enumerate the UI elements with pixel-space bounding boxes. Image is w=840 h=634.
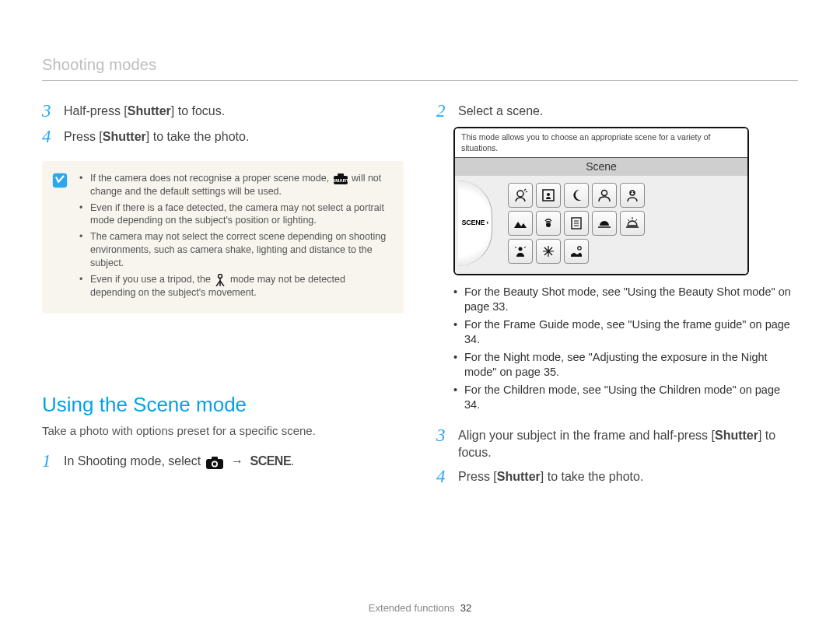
sunset-icon	[592, 211, 617, 236]
step-text: Press [Shutter] to take the photo.	[458, 467, 643, 486]
shutter-key: Shutter	[497, 470, 541, 483]
scene-icon-grid	[508, 183, 673, 264]
svg-rect-2	[338, 173, 344, 177]
left-step-4: 4 Press [Shutter] to take the photo.	[42, 127, 404, 146]
scene-lcd-screenshot: This mode allows you to choose an approp…	[453, 127, 749, 275]
step-number: 3	[42, 101, 56, 121]
left-step-3: 3 Half-press [Shutter] to focus.	[42, 101, 404, 121]
svg-point-12	[212, 462, 215, 465]
shutter-key: Shutter	[103, 130, 146, 143]
camera-icon	[206, 454, 223, 471]
arrow-icon: →	[231, 454, 243, 468]
lcd-title-bar: Scene	[455, 158, 747, 176]
step-number: 1	[42, 451, 56, 471]
page-footer: Extended functions 32	[0, 601, 840, 615]
step-text: Select a scene.	[458, 101, 543, 121]
info-icon	[51, 172, 68, 189]
scene-mode-subtext: Take a photo with options preset for a s…	[42, 423, 404, 439]
note-box: If the camera does not recognise a prope…	[42, 161, 404, 313]
note-item-3: The camera may not select the correct sc…	[79, 230, 390, 270]
svg-line-7	[220, 281, 224, 286]
closeup-icon	[536, 211, 561, 236]
firework-icon	[536, 239, 561, 264]
scene-mode-heading: Using the Scene mode	[42, 391, 404, 419]
right-step-2: 2 Select a scene.	[436, 101, 798, 121]
text: In Shooting mode, select	[64, 454, 205, 468]
step-text: Half-press [Shutter] to focus.	[64, 101, 225, 121]
step-number: 4	[436, 467, 450, 486]
right-column: 2 Select a scene. This mode allows you t…	[436, 101, 798, 493]
text: Press [	[64, 130, 103, 143]
shutter-key: Shutter	[715, 429, 758, 442]
beauty-shot-icon	[508, 183, 533, 208]
text: Half-press [	[64, 104, 128, 117]
text: ] to take the photo.	[146, 130, 250, 143]
beach-snow-icon	[564, 239, 589, 264]
footer-section: Extended functions	[369, 602, 455, 614]
scene-word-icon: SCENE	[250, 454, 291, 468]
svg-line-31	[515, 247, 516, 248]
svg-rect-10	[212, 457, 218, 460]
lcd-description: This mode allows you to choose an approp…	[455, 128, 747, 157]
ref-night: For the Night mode, see "Adjusting the e…	[453, 350, 798, 380]
ref-children: For the Children mode, see "Using the Ch…	[453, 383, 798, 413]
text-icon	[564, 211, 589, 236]
text: Press [	[458, 470, 497, 483]
text: Even if you use a tripod, the	[90, 274, 213, 285]
step-text: In Shooting mode, select → SCENE.	[64, 451, 295, 471]
svg-line-6	[216, 281, 220, 286]
svg-point-17	[630, 191, 635, 195]
text: If the camera does not recognise a prope…	[90, 173, 332, 184]
left-column: 3 Half-press [Shutter] to focus. 4 Press…	[42, 101, 404, 493]
step-number: 4	[42, 127, 56, 146]
step-number: 2	[436, 101, 450, 121]
ref-beauty-shot: For the Beauty Shot mode, see "Using the…	[453, 285, 798, 315]
header-rule	[42, 80, 798, 81]
right-step-3: 3 Align your subject in the frame and ha…	[436, 426, 798, 461]
svg-point-37	[548, 250, 550, 252]
note-item-1: If the camera does not recognise a prope…	[79, 172, 390, 198]
children-icon	[620, 183, 645, 208]
night-icon	[564, 183, 589, 208]
left-scene-step-1: 1 In Shooting mode, select → SCENE.	[42, 451, 404, 471]
svg-point-4	[219, 274, 222, 278]
note-item-2: Even if there is a face detected, the ca…	[79, 201, 390, 228]
landscape-icon	[508, 211, 533, 236]
frame-guide-icon	[536, 183, 561, 208]
dial-label: SCENE ‹	[462, 218, 488, 227]
tripod-icon	[215, 273, 226, 286]
svg-point-13	[517, 191, 523, 197]
svg-point-30	[519, 247, 523, 250]
text: Align your subject in the frame and half…	[458, 429, 715, 442]
shutter-key: Shutter	[128, 104, 171, 117]
step-number: 3	[436, 426, 450, 461]
header-breadcrumb: Shooting modes	[42, 54, 798, 75]
right-step-4: 4 Press [Shutter] to take the photo.	[436, 467, 798, 486]
mode-dial: SCENE ‹	[458, 180, 492, 266]
text: ] to take the photo.	[541, 470, 644, 483]
step-text: Press [Shutter] to take the photo.	[64, 127, 249, 146]
mode-references: For the Beauty Shot mode, see "Using the…	[436, 285, 798, 414]
text: ] to focus.	[171, 104, 225, 117]
svg-text:SMART: SMART	[334, 178, 348, 183]
dawn-icon	[620, 211, 645, 236]
ref-frame-guide: For the Frame Guide mode, see "Using the…	[453, 317, 798, 348]
svg-point-19	[633, 191, 634, 192]
step-text: Align your subject in the frame and half…	[458, 426, 798, 461]
svg-point-15	[547, 193, 550, 196]
portrait-icon	[592, 183, 617, 208]
smart-auto-icon: SMART	[334, 172, 348, 185]
note-item-4: Even if you use a tripod, the mode may n…	[79, 273, 390, 299]
svg-point-16	[602, 190, 607, 195]
svg-point-20	[546, 222, 551, 227]
page-number: 32	[460, 602, 471, 614]
backlight-icon	[508, 239, 533, 264]
svg-point-38	[578, 246, 581, 249]
svg-line-32	[524, 247, 526, 248]
svg-line-29	[635, 219, 637, 221]
text: .	[291, 454, 294, 468]
svg-line-28	[628, 219, 629, 221]
svg-point-18	[631, 191, 632, 192]
